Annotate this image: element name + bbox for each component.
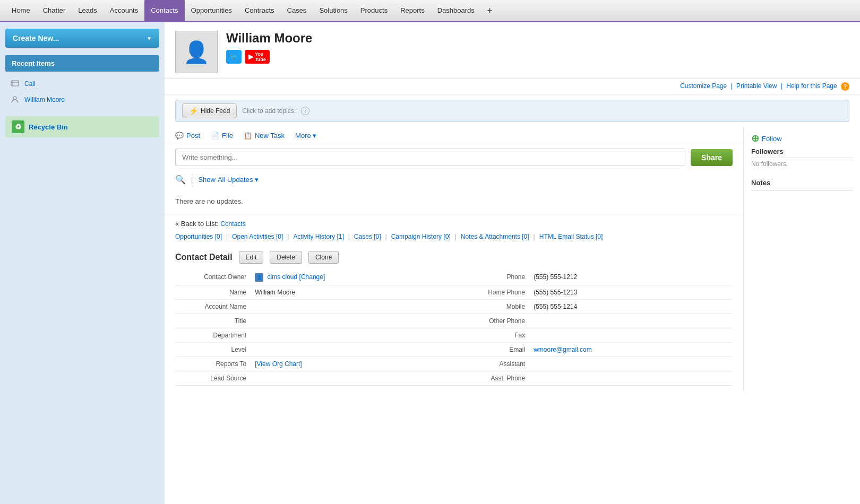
follow-button[interactable]: ⊕ Follow bbox=[751, 133, 853, 144]
home-phone-label: Home Phone bbox=[454, 285, 529, 300]
department-label: Department bbox=[175, 328, 251, 343]
printable-view-link[interactable]: Printable View bbox=[736, 82, 777, 90]
sidebar: Create New... ▼ Recent Items Call Willia… bbox=[0, 22, 165, 504]
youtube-button[interactable]: ▶ YouTube bbox=[245, 50, 270, 64]
page-actions: Customize Page | Printable View | Help f… bbox=[165, 79, 860, 94]
contact-detail-title: Contact Detail bbox=[175, 253, 233, 262]
followers-divider bbox=[751, 158, 853, 158]
name-label: Name bbox=[175, 285, 251, 300]
file-label: File bbox=[222, 132, 233, 140]
email-link[interactable]: wmoore@gmail.com bbox=[534, 346, 592, 353]
contact-name-area: William Moore 🐦 ▶ YouTube bbox=[226, 31, 849, 64]
twitter-button[interactable]: 🐦 bbox=[226, 50, 242, 64]
main-layout: Create New... ▼ Recent Items Call Willia… bbox=[0, 22, 860, 504]
post-input-row: Share bbox=[165, 144, 743, 170]
hide-feed-button[interactable]: ⚡ Hide Feed bbox=[182, 103, 237, 118]
back-to-contacts-link[interactable]: Contacts bbox=[220, 220, 245, 228]
action-bar: 💬 Post 📄 File 📋 New Task More ▾ bbox=[165, 127, 743, 144]
post-input[interactable] bbox=[175, 149, 685, 166]
table-row: Level Email wmoore@gmail.com bbox=[175, 343, 733, 357]
nav-chatter[interactable]: Chatter bbox=[37, 0, 72, 22]
mobile-value: (555) 555-1214 bbox=[529, 300, 733, 314]
account-name-label: Account Name bbox=[175, 300, 251, 314]
sidebar-item-william-moore[interactable]: William Moore bbox=[5, 92, 159, 108]
contact-detail-table: Contact Owner 👤 cims cloud [Change] Phon… bbox=[175, 270, 733, 386]
contact-header: 👤 William Moore 🐦 ▶ YouTube bbox=[165, 22, 860, 79]
view-org-chart-link[interactable]: [View Org Chart] bbox=[255, 360, 302, 368]
file-link[interactable]: 📄 File bbox=[211, 132, 233, 140]
level-value bbox=[251, 343, 454, 357]
sublink-campaign-history[interactable]: Campaign History [0] bbox=[391, 233, 451, 240]
help-link[interactable]: Help for this Page bbox=[786, 82, 837, 90]
phone-label: Phone bbox=[454, 270, 529, 285]
content-area: 👤 William Moore 🐦 ▶ YouTube Customize Pa… bbox=[165, 22, 860, 504]
feed-container: 💬 Post 📄 File 📋 New Task More ▾ bbox=[165, 127, 860, 391]
sublinks-sep-2: | bbox=[287, 233, 289, 240]
create-new-button[interactable]: Create New... ▼ bbox=[5, 29, 159, 48]
nav-leads[interactable]: Leads bbox=[72, 0, 103, 22]
change-owner-link[interactable]: [Change] bbox=[299, 273, 325, 281]
owner-link[interactable]: cims cloud bbox=[268, 273, 298, 281]
topics-text: Click to add topics: bbox=[242, 107, 296, 115]
nav-products[interactable]: Products bbox=[354, 0, 394, 22]
table-row: Name William Moore Home Phone (555) 555-… bbox=[175, 285, 733, 300]
sublink-opportunities[interactable]: Opportunities [0] bbox=[175, 233, 222, 240]
contact-name: William Moore bbox=[226, 31, 849, 46]
nav-accounts[interactable]: Accounts bbox=[104, 0, 144, 22]
fax-label: Fax bbox=[454, 328, 529, 343]
back-to-list: « Back to List: Contacts bbox=[165, 214, 743, 231]
info-icon: i bbox=[301, 107, 309, 115]
account-name-value bbox=[251, 300, 454, 314]
social-icons: 🐦 ▶ YouTube bbox=[226, 50, 849, 64]
show-all-updates-link[interactable]: Show All Updates ▾ bbox=[198, 176, 259, 184]
edit-button[interactable]: Edit bbox=[239, 251, 264, 264]
nav-plus-button[interactable]: + bbox=[481, 0, 498, 22]
nav-reports[interactable]: Reports bbox=[394, 0, 431, 22]
contact-owner-value: 👤 cims cloud [Change] bbox=[251, 270, 454, 285]
title-value bbox=[251, 314, 454, 328]
sublinks-sep-1: | bbox=[226, 233, 228, 240]
show-label: Show bbox=[198, 176, 216, 184]
feed-main: 💬 Post 📄 File 📋 New Task More ▾ bbox=[165, 127, 743, 391]
nav-contacts[interactable]: Contacts bbox=[144, 0, 184, 22]
new-task-link[interactable]: 📋 New Task bbox=[244, 132, 285, 140]
more-link[interactable]: More ▾ bbox=[295, 132, 316, 140]
updates-row: 🔍 | Show All Updates ▾ bbox=[165, 170, 743, 189]
mobile-label: Mobile bbox=[454, 300, 529, 314]
more-label: More bbox=[295, 132, 311, 140]
name-value: William Moore bbox=[251, 285, 454, 300]
feed-right-panel: ⊕ Follow Followers No followers. Notes bbox=[743, 127, 860, 391]
reports-to-value: [View Org Chart] bbox=[251, 357, 454, 371]
level-label: Level bbox=[175, 343, 251, 357]
sublink-open-activities[interactable]: Open Activities [0] bbox=[232, 233, 283, 240]
recycle-bin-section[interactable]: ♻ Recycle Bin bbox=[5, 116, 159, 137]
asst-phone-label: Asst. Phone bbox=[454, 371, 529, 386]
nav-contracts[interactable]: Contracts bbox=[238, 0, 281, 22]
nav-dashboards[interactable]: Dashboards bbox=[431, 0, 481, 22]
post-label: Post bbox=[186, 132, 200, 140]
table-row: Reports To [View Org Chart] Assistant bbox=[175, 357, 733, 371]
sublink-activity-history[interactable]: Activity History [1] bbox=[293, 233, 343, 240]
asst-phone-value bbox=[529, 371, 733, 386]
nav-opportunities[interactable]: Opportunities bbox=[185, 0, 238, 22]
sublink-html-email-status[interactable]: HTML Email Status [0] bbox=[539, 233, 603, 240]
nav-solutions[interactable]: Solutions bbox=[313, 0, 354, 22]
follow-plus-icon: ⊕ bbox=[751, 133, 759, 144]
sidebar-item-call[interactable]: Call bbox=[5, 76, 159, 92]
recent-items-header: Recent Items bbox=[5, 55, 159, 72]
share-button[interactable]: Share bbox=[691, 149, 733, 166]
delete-button[interactable]: Delete bbox=[270, 251, 302, 264]
create-new-label: Create New... bbox=[13, 34, 59, 42]
sublink-cases[interactable]: Cases [0] bbox=[354, 233, 381, 240]
nav-cases[interactable]: Cases bbox=[281, 0, 313, 22]
more-chevron-icon: ▾ bbox=[313, 132, 316, 140]
customize-page-link[interactable]: Customize Page bbox=[680, 82, 727, 90]
clone-button[interactable]: Clone bbox=[308, 251, 339, 264]
feed-bar: ⚡ Hide Feed Click to add topics: i bbox=[175, 100, 849, 122]
lead-source-label: Lead Source bbox=[175, 371, 251, 386]
updates-separator: | bbox=[191, 176, 193, 184]
sublink-notes-attachments[interactable]: Notes & Attachments [0] bbox=[461, 233, 529, 240]
post-link[interactable]: 💬 Post bbox=[175, 132, 200, 140]
search-icon[interactable]: 🔍 bbox=[175, 175, 186, 185]
nav-home[interactable]: Home bbox=[5, 0, 37, 22]
